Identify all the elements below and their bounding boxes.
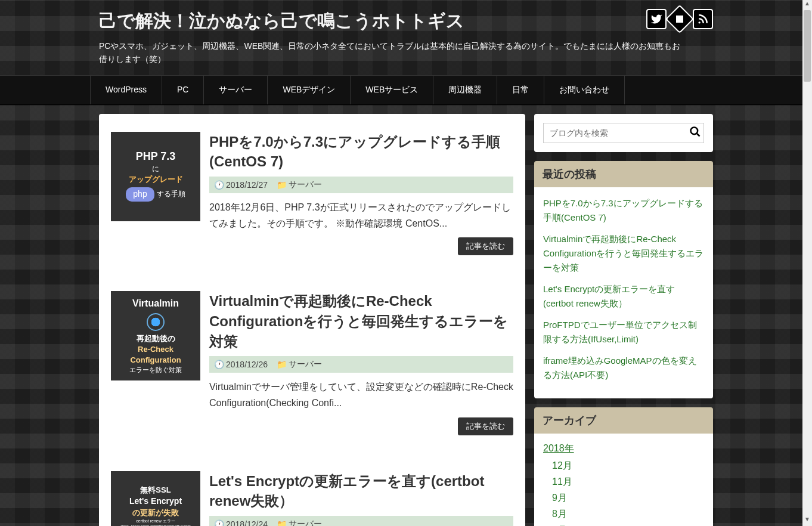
site-title[interactable]: 己で解決！泣かぬなら己で鳴こうホトトギス bbox=[99, 9, 713, 33]
post-category[interactable]: 📁サーバー bbox=[277, 180, 322, 190]
archive-month-link[interactable]: 9月 bbox=[552, 492, 704, 505]
folder-icon: 📁 bbox=[277, 360, 287, 369]
read-more-button[interactable]: 記事を読む bbox=[458, 237, 513, 255]
archive-year-link[interactable]: 2018年 bbox=[543, 443, 704, 455]
post-thumbnail[interactable]: 無料SSL Let's Encrypt の更新が失敗 certbot renew… bbox=[111, 471, 200, 527]
clock-icon: 🕐 bbox=[214, 519, 224, 526]
post-category[interactable]: 📁サーバー bbox=[277, 359, 322, 370]
nav-item-daily[interactable]: 日常 bbox=[497, 76, 544, 104]
post-item: PHP 7.3 に アップグレード phpする手順 PHPを7.0から7.3にア… bbox=[111, 132, 513, 256]
folder-icon: 📁 bbox=[277, 180, 287, 190]
clock-icon: 🕐 bbox=[214, 180, 224, 190]
nav-item-wordpress[interactable]: WordPress bbox=[90, 76, 162, 104]
social-icons bbox=[646, 9, 713, 29]
recent-post-link[interactable]: Let's Encryptの更新エラーを直す(certbot renew失敗） bbox=[543, 282, 704, 311]
twitter-icon[interactable] bbox=[646, 9, 667, 29]
site-description: PCやスマホ、ガジェット、周辺機器、WEB関連、日常の小ネタ全てにおいてトラブル… bbox=[99, 39, 683, 66]
post-date: 🕐2018/12/24 bbox=[214, 519, 268, 526]
svg-point-1 bbox=[691, 127, 698, 134]
post-excerpt: Virtualminでサーバ管理をしていて、設定変更などの確認時にRe-Chec… bbox=[209, 379, 513, 411]
post-title[interactable]: Virtualminで再起動後にRe-Check Configurationを行… bbox=[209, 291, 513, 351]
post-thumbnail[interactable]: Virtualmin 再起動後の Re-Check Configuration … bbox=[111, 291, 200, 380]
archive-month-link[interactable]: 11月 bbox=[552, 476, 704, 488]
main-content: PHP 7.3 に アップグレード phpする手順 PHPを7.0から7.3にア… bbox=[99, 114, 525, 526]
nav-item-server[interactable]: サーバー bbox=[204, 76, 268, 104]
rss-icon[interactable] bbox=[693, 9, 713, 29]
read-more-button[interactable]: 記事を読む bbox=[458, 417, 513, 435]
search-icon bbox=[689, 126, 701, 138]
post-thumbnail[interactable]: PHP 7.3 に アップグレード phpする手順 bbox=[111, 132, 200, 221]
scrollbar-thumb[interactable] bbox=[804, 10, 811, 82]
recent-posts-widget: 最近の投稿 PHPを7.0から7.3にアップグレードする手順(CentOS 7)… bbox=[534, 161, 713, 398]
post-meta: 🕐2018/12/27 📁サーバー bbox=[209, 177, 513, 193]
site-header: 己で解決！泣かぬなら己で鳴こうホトトギス PCやスマホ、ガジェット、周辺機器、W… bbox=[0, 0, 812, 66]
folder-icon: 📁 bbox=[277, 519, 287, 526]
svg-point-0 bbox=[699, 21, 701, 23]
hatena-icon[interactable] bbox=[665, 5, 694, 33]
recent-post-link[interactable]: Virtualminで再起動後にRe-Check Configurationを行… bbox=[543, 232, 704, 275]
post-title[interactable]: PHPを7.0から7.3にアップグレードする手順(CentOS 7) bbox=[209, 132, 513, 172]
scroll-up-arrow[interactable]: ▲ bbox=[802, 0, 812, 10]
post-date: 🕐2018/12/26 bbox=[214, 360, 268, 369]
archive-month-link[interactable]: 8月 bbox=[552, 508, 704, 521]
search-input[interactable] bbox=[543, 123, 704, 143]
archive-widget: アーカイブ 2018年 12月 11月 9月 8月 7月 bbox=[534, 407, 713, 526]
nav-item-webdesign[interactable]: WEBデザイン bbox=[268, 76, 351, 104]
recent-post-link[interactable]: PHPを7.0から7.3にアップグレードする手順(CentOS 7) bbox=[543, 196, 704, 225]
post-date: 🕐2018/12/27 bbox=[214, 180, 268, 190]
svg-line-2 bbox=[697, 133, 700, 136]
main-nav: WordPress PC サーバー WEBデザイン WEBサービス 周辺機器 日… bbox=[0, 75, 812, 105]
post-meta: 🕐2018/12/26 📁サーバー bbox=[209, 356, 513, 373]
search-button[interactable] bbox=[689, 126, 701, 141]
nav-item-pc[interactable]: PC bbox=[162, 76, 204, 104]
virtualmin-icon bbox=[147, 313, 165, 331]
widget-title: アーカイブ bbox=[534, 407, 713, 434]
sidebar: 最近の投稿 PHPを7.0から7.3にアップグレードする手順(CentOS 7)… bbox=[534, 114, 713, 526]
recent-post-link[interactable]: ProFTPDでユーザー単位でアクセス制限する方法(IfUser,Limit) bbox=[543, 318, 704, 346]
scrollbar[interactable]: ▲ ▼ bbox=[802, 0, 812, 526]
archive-month-link[interactable]: 12月 bbox=[552, 460, 704, 472]
post-category[interactable]: 📁サーバー bbox=[277, 519, 322, 526]
recent-post-link[interactable]: iframe埋め込みGoogleMAPの色を変える方法(API不要) bbox=[543, 354, 704, 382]
post-meta: 🕐2018/12/24 📁サーバー bbox=[209, 516, 513, 526]
post-title[interactable]: Let's Encryptの更新エラーを直す(certbot renew失敗） bbox=[209, 471, 513, 511]
nav-item-peripheral[interactable]: 周辺機器 bbox=[433, 76, 497, 104]
nav-item-contact[interactable]: お問い合わせ bbox=[544, 76, 625, 104]
search-widget bbox=[534, 114, 713, 152]
post-item: Virtualmin 再起動後の Re-Check Configuration … bbox=[111, 291, 513, 435]
nav-item-webservice[interactable]: WEBサービス bbox=[351, 76, 433, 104]
widget-title: 最近の投稿 bbox=[534, 161, 713, 187]
post-excerpt: 2018年12月6日、PHP 7.3が正式リリースされたのでアップグレードしてみ… bbox=[209, 199, 513, 231]
post-item: 無料SSL Let's Encrypt の更新が失敗 certbot renew… bbox=[111, 471, 513, 527]
scroll-down-arrow[interactable]: ▼ bbox=[802, 516, 812, 526]
clock-icon: 🕐 bbox=[214, 360, 224, 369]
